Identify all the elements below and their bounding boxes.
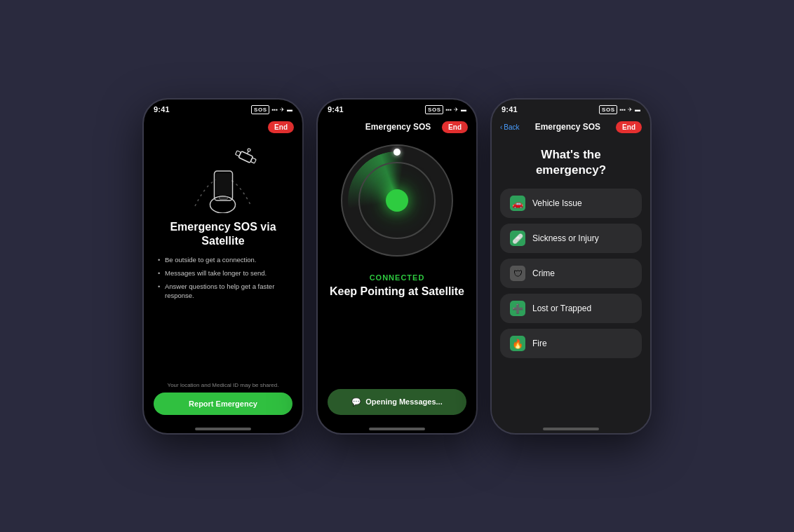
status-time-3: 9:41: [502, 105, 518, 114]
home-indicator-1: [195, 428, 251, 430]
home-indicator-2: [369, 428, 425, 430]
bullet-1: Be outside to get a connection.: [158, 256, 292, 265]
mute-button: [142, 149, 144, 163]
keep-pointing-label: Keep Pointing at Satellite: [330, 285, 464, 299]
power-button-3: [650, 156, 652, 177]
volume-down-button: [142, 196, 144, 216]
screen-intro: Emergency SOS via Satellite Be outside t…: [144, 137, 302, 423]
screen1-bullets: Be outside to get a connection. Messages…: [154, 256, 292, 304]
battery-icon-3: ▬: [635, 107, 640, 113]
volume-down-button-2: [316, 196, 318, 216]
lost-icon: ➕: [510, 301, 525, 316]
battery-icon-1: ▬: [287, 107, 292, 113]
sos-badge-2: SOS: [425, 105, 443, 114]
report-emergency-button[interactable]: Report Emergency: [154, 393, 292, 415]
radar-container: [341, 144, 453, 257]
nav-bar-3: ‹ Back Emergency SOS End: [492, 117, 650, 137]
status-icons-2: SOS ▪▪▪ ✈ ▬: [425, 105, 466, 114]
fire-icon: 🔥: [510, 336, 525, 351]
volume-up-button-2: [316, 170, 318, 189]
svg-line-3: [247, 151, 248, 154]
status-bar-3: 9:41 SOS ▪▪▪ ✈ ▬: [492, 100, 650, 117]
nav-bar-1: End: [144, 117, 302, 137]
emergency-question-heading: What's the emergency?: [500, 137, 642, 189]
status-time-1: 9:41: [154, 105, 170, 114]
screen-what-emergency: What's the emergency? 🚗 Vehicle Issue 🩹 …: [492, 137, 650, 423]
svg-rect-8: [220, 197, 228, 199]
option-vehicle[interactable]: 🚗 Vehicle Issue: [500, 189, 642, 218]
wifi-icon-3: ✈: [628, 107, 633, 113]
nav-bar-2: Emergency SOS End: [318, 117, 476, 137]
chevron-left-icon: ‹: [500, 123, 502, 131]
crime-icon: 🛡: [510, 266, 525, 281]
sickness-label: Sickness or Injury: [532, 233, 599, 243]
opening-messages-button[interactable]: 💬 Opening Messages...: [328, 389, 466, 415]
status-bar-2: 9:41 SOS ▪▪▪ ✈ ▬: [318, 100, 476, 117]
power-button-2: [476, 156, 478, 177]
fire-label: Fire: [532, 339, 547, 348]
crime-label: Crime: [532, 268, 555, 278]
radar-satellite-dot: [393, 149, 401, 156]
sickness-icon: 🩹: [510, 231, 525, 246]
back-button-3[interactable]: ‹ Back: [500, 123, 520, 131]
status-icons-1: SOS ▪▪▪ ✈ ▬: [251, 105, 292, 114]
screen1-title: Emergency SOS via Satellite: [154, 220, 292, 250]
end-button-1[interactable]: End: [268, 121, 294, 133]
option-fire[interactable]: 🔥 Fire: [500, 329, 642, 358]
end-button-3[interactable]: End: [616, 121, 642, 133]
phone-hand-svg: [204, 164, 243, 213]
home-indicator-3: [543, 428, 599, 430]
screen-connected: CONNECTED Keep Pointing at Satellite 💬 O…: [318, 137, 476, 423]
radar-center-dot: [386, 189, 408, 212]
phone-screen-3: 9:41 SOS ▪▪▪ ✈ ▬ ‹ Back Emergency SOS En…: [492, 100, 650, 433]
message-icon: 💬: [351, 397, 361, 407]
signal-icon-2: ▪▪▪: [445, 107, 452, 113]
phone-frame-2: 9:41 SOS ▪▪▪ ✈ ▬ Emergency SOS End: [316, 98, 478, 435]
volume-down-button-3: [490, 196, 492, 216]
mute-button-2: [316, 149, 318, 163]
bullet-2: Messages will take longer to send.: [158, 269, 292, 278]
svg-point-4: [247, 148, 250, 151]
mute-button-3: [490, 149, 492, 163]
status-time-2: 9:41: [328, 105, 344, 114]
opening-messages-text: Opening Messages...: [365, 397, 442, 406]
end-button-2[interactable]: End: [442, 121, 468, 133]
phone-screen-2: 9:41 SOS ▪▪▪ ✈ ▬ Emergency SOS End: [318, 100, 476, 433]
back-label: Back: [504, 123, 519, 131]
emergency-options-list: 🚗 Vehicle Issue 🩹 Sickness or Injury 🛡 C…: [500, 189, 642, 414]
signal-icon-1: ▪▪▪: [271, 107, 278, 113]
option-lost[interactable]: ➕ Lost or Trapped: [500, 294, 642, 323]
phone-screen-1: 9:41 SOS ▪▪▪ ✈ ▬ End: [144, 100, 302, 433]
svg-rect-7: [216, 173, 231, 196]
sos-badge-3: SOS: [599, 105, 617, 114]
volume-up-button-3: [490, 170, 492, 189]
wifi-icon-2: ✈: [454, 107, 459, 113]
sos-badge-1: SOS: [251, 105, 269, 114]
status-icons-3: SOS ▪▪▪ ✈ ▬: [599, 105, 640, 114]
satellite-illustration: [181, 143, 265, 213]
vehicle-label: Vehicle Issue: [532, 198, 582, 208]
phone-frame-3: 9:41 SOS ▪▪▪ ✈ ▬ ‹ Back Emergency SOS En…: [490, 98, 652, 435]
power-button: [302, 156, 304, 177]
nav-title-2: Emergency SOS: [354, 122, 442, 132]
bullet-3: Answer questions to help get a faster re…: [158, 282, 292, 301]
location-notice: Your location and Medical ID may be shar…: [168, 382, 279, 388]
signal-icon-3: ▪▪▪: [619, 107, 626, 113]
phone-1: 9:41 SOS ▪▪▪ ✈ ▬ End: [142, 98, 304, 435]
phone-frame-1: 9:41 SOS ▪▪▪ ✈ ▬ End: [142, 98, 304, 435]
vehicle-icon: 🚗: [510, 196, 525, 211]
volume-up-button: [142, 170, 144, 189]
lost-label: Lost or Trapped: [532, 303, 591, 313]
option-crime[interactable]: 🛡 Crime: [500, 259, 642, 288]
battery-icon-2: ▬: [461, 107, 466, 113]
status-bar-1: 9:41 SOS ▪▪▪ ✈ ▬: [144, 100, 302, 117]
screen1-footer: Your location and Medical ID may be shar…: [154, 382, 292, 415]
wifi-icon-1: ✈: [280, 107, 285, 113]
nav-title-3: Emergency SOS: [520, 122, 617, 132]
connected-label: CONNECTED: [370, 273, 425, 282]
option-sickness[interactable]: 🩹 Sickness or Injury: [500, 224, 642, 253]
phone-2: 9:41 SOS ▪▪▪ ✈ ▬ Emergency SOS End: [316, 98, 478, 435]
phone-3: 9:41 SOS ▪▪▪ ✈ ▬ ‹ Back Emergency SOS En…: [490, 98, 652, 435]
